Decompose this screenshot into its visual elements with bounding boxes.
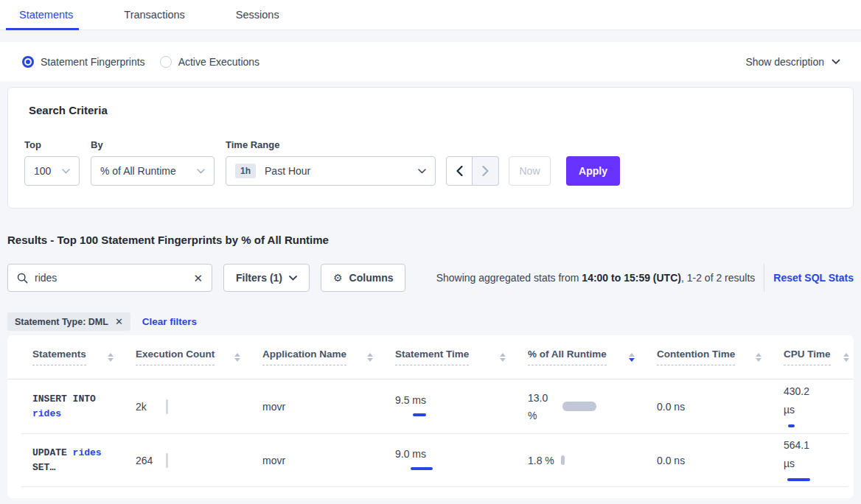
radio-unselected-icon[interactable] [160, 56, 172, 68]
now-button[interactable]: Now [509, 156, 551, 186]
results-heading: Results - Top 100 Statement Fingerprints… [7, 234, 329, 246]
col-header-contention-time[interactable]: Contention Time [657, 349, 784, 365]
pct-runtime-cell: 13.0 % [528, 389, 657, 424]
top-tab-bar: Statements Transactions Sessions [0, 0, 861, 30]
tab-transactions[interactable]: Transactions [124, 9, 184, 21]
statement-link[interactable]: rides [32, 408, 61, 419]
statement-fingerprint[interactable]: INSERT INTO rides [32, 392, 96, 421]
sort-icon[interactable] [843, 353, 849, 362]
pct-runtime-bar [562, 402, 596, 411]
chevron-down-icon [62, 169, 70, 174]
time-range-value: Past Hour [265, 165, 310, 177]
time-range-select[interactable]: 1h Past Hour [226, 156, 436, 186]
col-header-statements[interactable]: Statements [32, 349, 136, 365]
results-summary: Showing aggregated stats from 14:00 to 1… [436, 272, 756, 284]
radio-active-executions-label: Active Executions [178, 56, 260, 68]
top-select-value: 100 [34, 165, 51, 177]
by-label: By [91, 139, 215, 150]
execution-count-cell: 264 [136, 455, 262, 466]
col-header-pct-runtime[interactable]: % of All Runtime [528, 349, 657, 365]
table-row[interactable]: INSERT INTO rides 2k movr 9.5 ms 13.0 % … [7, 379, 854, 433]
remove-filter-icon[interactable]: ✕ [115, 317, 123, 326]
col-header-statement-time[interactable]: Statement Time [395, 349, 528, 365]
gear-icon: ⚙ [333, 273, 343, 283]
search-input[interactable] [35, 272, 187, 284]
statement-link[interactable]: rides [73, 447, 102, 458]
contention-time-cell: 0.0 ns [657, 455, 784, 466]
top-label: Top [24, 139, 80, 150]
columns-button[interactable]: ⚙ Columns [321, 264, 405, 292]
table-header-row: Statements Execution Count Application N… [7, 335, 854, 379]
statement-search-box[interactable]: ✕ [7, 264, 212, 292]
stddev-bar [788, 424, 795, 427]
col-header-execution-count[interactable]: Execution Count [136, 349, 262, 365]
pct-runtime-bar [561, 455, 565, 465]
show-description-label: Show description [745, 56, 824, 68]
toolbar-divider [764, 264, 764, 292]
view-toggle-strip: Statement Fingerprints Active Executions… [0, 42, 861, 81]
clear-search-icon[interactable]: ✕ [193, 273, 203, 284]
reset-sql-stats-link[interactable]: Reset SQL Stats [773, 272, 854, 284]
search-criteria-card: Search Criteria Top 100 By % of All Runt… [7, 87, 854, 209]
statements-table: Statements Execution Count Application N… [7, 335, 854, 498]
application-name-cell: movr [262, 401, 395, 413]
execution-count-cell: 2k [136, 401, 262, 413]
sort-icon[interactable] [108, 353, 114, 362]
filters-button-label: Filters (1) [236, 272, 282, 284]
execution-count-bar [166, 399, 168, 414]
active-filters-row: Statement Type: DML ✕ Clear filters [7, 312, 197, 331]
table-row[interactable]: UPDATE rides SET… 264 movr 9.0 ms 1.8 % … [7, 434, 854, 486]
stddev-bar [413, 413, 426, 416]
clear-filters-link[interactable]: Clear filters [142, 316, 197, 327]
pct-runtime-cell: 1.8 % [528, 455, 657, 466]
sort-icon[interactable] [756, 353, 761, 362]
filter-pill-statement-type[interactable]: Statement Type: DML ✕ [7, 312, 130, 331]
sort-icon-active-desc[interactable] [629, 353, 635, 362]
execution-count-bar [166, 453, 168, 468]
chevron-down-icon [832, 59, 840, 65]
stddev-bar [787, 478, 810, 481]
radio-active-executions[interactable]: Active Executions [160, 56, 260, 68]
sort-icon[interactable] [234, 353, 240, 362]
apply-button[interactable]: Apply [566, 156, 620, 186]
radio-selected-icon[interactable] [22, 56, 34, 68]
statement-time-cell: 9.0 ms [395, 448, 528, 473]
tab-sessions[interactable]: Sessions [236, 9, 279, 21]
stddev-bar [411, 467, 433, 470]
chevron-down-icon [418, 169, 426, 174]
show-description-toggle[interactable]: Show description [745, 56, 840, 68]
results-toolbar: ✕ Filters (1) ⚙ Columns Showing aggregat… [7, 264, 854, 292]
sort-icon[interactable] [500, 353, 506, 362]
top-select[interactable]: 100 [24, 156, 80, 186]
row-divider [21, 486, 848, 487]
radio-statement-fingerprints-label: Statement Fingerprints [41, 56, 145, 68]
filters-button[interactable]: Filters (1) [223, 264, 310, 292]
contention-time-cell: 0.0 ns [657, 401, 784, 413]
radio-statement-fingerprints[interactable]: Statement Fingerprints [22, 56, 145, 68]
cpu-time-cell: 564.1 µs [784, 436, 849, 484]
search-criteria-title: Search Criteria [29, 104, 108, 116]
columns-button-label: Columns [349, 272, 394, 284]
by-select-value: % of All Runtime [100, 165, 176, 177]
next-time-button[interactable] [473, 156, 499, 186]
statement-time-cell: 9.5 ms [395, 394, 528, 419]
time-range-label: Time Range [226, 139, 436, 150]
by-select[interactable]: % of All Runtime [91, 156, 215, 186]
active-tab-underline [6, 28, 79, 30]
sort-icon[interactable] [367, 353, 373, 362]
time-range-badge: 1h [235, 164, 256, 178]
chevron-down-icon [289, 276, 297, 281]
cpu-time-cell: 430.2 µs [784, 382, 849, 430]
application-name-cell: movr [262, 455, 395, 466]
search-icon [17, 273, 28, 284]
prev-time-button[interactable] [446, 156, 473, 186]
tab-statements[interactable]: Statements [19, 9, 73, 21]
time-pager [446, 156, 499, 186]
statement-fingerprint[interactable]: UPDATE rides SET… [32, 446, 102, 475]
summary-time-range: 14:00 to 15:59 (UTC) [582, 272, 681, 284]
col-header-application-name[interactable]: Application Name [262, 349, 395, 365]
filter-pill-label: Statement Type: DML [15, 317, 108, 327]
chevron-down-icon [197, 169, 205, 174]
col-header-cpu-time[interactable]: CPU Time [784, 349, 849, 365]
